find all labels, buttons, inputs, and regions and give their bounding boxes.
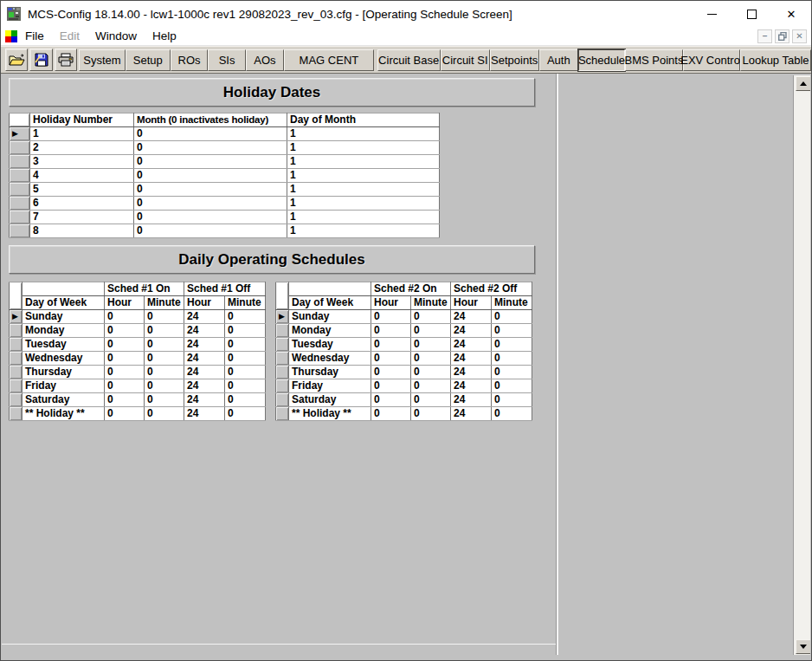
- holiday-number-cell[interactable]: 4: [30, 169, 134, 183]
- off-minute-cell[interactable]: 0: [492, 310, 532, 324]
- close-button[interactable]: ✕: [771, 1, 811, 27]
- on-hour-cell[interactable]: 0: [105, 407, 145, 421]
- row-selector[interactable]: [10, 393, 23, 407]
- on-hour-cell[interactable]: 0: [371, 407, 411, 421]
- on-minute-cell[interactable]: 0: [411, 352, 451, 366]
- scroll-down-button[interactable]: [796, 639, 810, 654]
- holiday-month-cell[interactable]: 0: [134, 169, 287, 183]
- on-minute-cell[interactable]: 0: [145, 379, 184, 393]
- row-selector[interactable]: [10, 324, 23, 338]
- on-hour-cell[interactable]: 0: [105, 324, 145, 338]
- holiday-number-cell[interactable]: 1: [30, 127, 134, 141]
- menu-file[interactable]: File: [17, 28, 52, 44]
- off-minute-cell[interactable]: 0: [225, 407, 266, 421]
- on-minute-cell[interactable]: 0: [411, 338, 451, 352]
- day-of-week-cell[interactable]: Monday: [23, 324, 105, 338]
- toolbar-button-schedule[interactable]: Schedule: [578, 49, 625, 71]
- row-selector[interactable]: [10, 338, 23, 352]
- off-hour-cell[interactable]: 24: [184, 379, 225, 393]
- minimize-button[interactable]: [692, 1, 731, 27]
- row-selector[interactable]: [276, 366, 289, 379]
- on-minute-cell[interactable]: 0: [411, 407, 451, 421]
- off-hour-cell[interactable]: 24: [184, 310, 225, 324]
- on-hour-cell[interactable]: 0: [371, 366, 411, 379]
- day-of-week-cell[interactable]: Thursday: [23, 366, 105, 379]
- row-selector[interactable]: [10, 352, 23, 366]
- on-minute-cell[interactable]: 0: [411, 324, 451, 338]
- off-minute-cell[interactable]: 0: [492, 338, 532, 352]
- day-of-week-cell[interactable]: ** Holiday **: [23, 407, 105, 421]
- day-of-week-cell[interactable]: Monday: [289, 324, 371, 338]
- row-selector[interactable]: [10, 407, 23, 421]
- off-minute-cell[interactable]: 0: [225, 366, 266, 379]
- on-hour-cell[interactable]: 0: [371, 324, 411, 338]
- on-hour-cell[interactable]: 0: [105, 393, 145, 407]
- off-hour-cell[interactable]: 24: [184, 366, 225, 379]
- row-selector[interactable]: ▶: [10, 310, 23, 324]
- off-minute-cell[interactable]: 0: [492, 352, 532, 366]
- vertical-scrollbar[interactable]: [793, 75, 810, 655]
- row-selector[interactable]: [276, 324, 289, 338]
- on-hour-cell[interactable]: 0: [371, 338, 411, 352]
- row-selector[interactable]: [10, 197, 30, 211]
- on-minute-cell[interactable]: 0: [411, 366, 451, 379]
- row-selector[interactable]: [276, 352, 289, 366]
- mdi-restore-button[interactable]: [775, 29, 789, 43]
- on-minute-cell[interactable]: 0: [145, 310, 184, 324]
- holiday-number-cell[interactable]: 8: [30, 224, 134, 238]
- off-hour-cell[interactable]: 24: [184, 338, 225, 352]
- row-selector[interactable]: ▶: [10, 127, 30, 141]
- off-hour-cell[interactable]: 24: [451, 310, 492, 324]
- toolbar-button-bms-points[interactable]: BMS Points: [625, 49, 683, 71]
- holiday-number-cell[interactable]: 3: [30, 155, 134, 169]
- toolbar-button-system[interactable]: System: [79, 49, 126, 71]
- on-hour-cell[interactable]: 0: [105, 310, 145, 324]
- holiday-number-cell[interactable]: 2: [30, 141, 134, 155]
- off-hour-cell[interactable]: 24: [451, 393, 492, 407]
- row-selector[interactable]: [276, 338, 289, 352]
- day-of-week-cell[interactable]: Sunday: [23, 310, 105, 324]
- holiday-day-cell[interactable]: 1: [287, 127, 440, 141]
- toolbar-button-aos[interactable]: AOs: [246, 49, 284, 71]
- off-minute-cell[interactable]: 0: [492, 366, 532, 379]
- holiday-month-cell[interactable]: 0: [134, 155, 287, 169]
- holiday-month-cell[interactable]: 0: [134, 183, 287, 197]
- row-selector[interactable]: [276, 379, 289, 393]
- day-of-week-cell[interactable]: Saturday: [23, 393, 105, 407]
- off-minute-cell[interactable]: 0: [225, 379, 266, 393]
- off-minute-cell[interactable]: 0: [225, 338, 266, 352]
- holiday-day-cell[interactable]: 1: [287, 211, 440, 224]
- scroll-up-button[interactable]: [796, 76, 810, 91]
- menu-window[interactable]: Window: [87, 28, 145, 44]
- row-selector[interactable]: [10, 141, 30, 155]
- holiday-month-cell[interactable]: 0: [134, 211, 287, 224]
- toolbar-button-circuit-si[interactable]: Circuit SI: [441, 49, 490, 71]
- row-selector[interactable]: [10, 379, 23, 393]
- row-selector[interactable]: [10, 169, 30, 183]
- on-minute-cell[interactable]: 0: [145, 366, 184, 379]
- holiday-number-cell[interactable]: 5: [30, 183, 134, 197]
- row-selector[interactable]: [10, 155, 30, 169]
- day-of-week-cell[interactable]: Wednesday: [23, 352, 105, 366]
- toolbar-button-sis[interactable]: SIs: [208, 49, 245, 71]
- off-minute-cell[interactable]: 0: [492, 407, 532, 421]
- off-minute-cell[interactable]: 0: [492, 379, 532, 393]
- off-hour-cell[interactable]: 24: [184, 324, 225, 338]
- holiday-month-cell[interactable]: 0: [134, 127, 287, 141]
- day-of-week-cell[interactable]: Friday: [23, 379, 105, 393]
- day-of-week-cell[interactable]: Friday: [289, 379, 371, 393]
- on-hour-cell[interactable]: 0: [105, 338, 145, 352]
- day-of-week-cell[interactable]: Tuesday: [289, 338, 371, 352]
- on-hour-cell[interactable]: 0: [371, 352, 411, 366]
- day-of-week-cell[interactable]: ** Holiday **: [289, 407, 371, 421]
- off-hour-cell[interactable]: 24: [451, 366, 492, 379]
- holiday-number-cell[interactable]: 7: [30, 211, 134, 224]
- toolbar-button-mag-cent[interactable]: MAG CENT: [284, 49, 373, 71]
- off-minute-cell[interactable]: 0: [225, 352, 266, 366]
- row-selector[interactable]: [10, 366, 23, 379]
- holiday-day-cell[interactable]: 1: [287, 183, 440, 197]
- on-minute-cell[interactable]: 0: [145, 393, 184, 407]
- off-minute-cell[interactable]: 0: [225, 324, 266, 338]
- menu-edit[interactable]: Edit: [52, 28, 87, 44]
- off-hour-cell[interactable]: 24: [451, 338, 492, 352]
